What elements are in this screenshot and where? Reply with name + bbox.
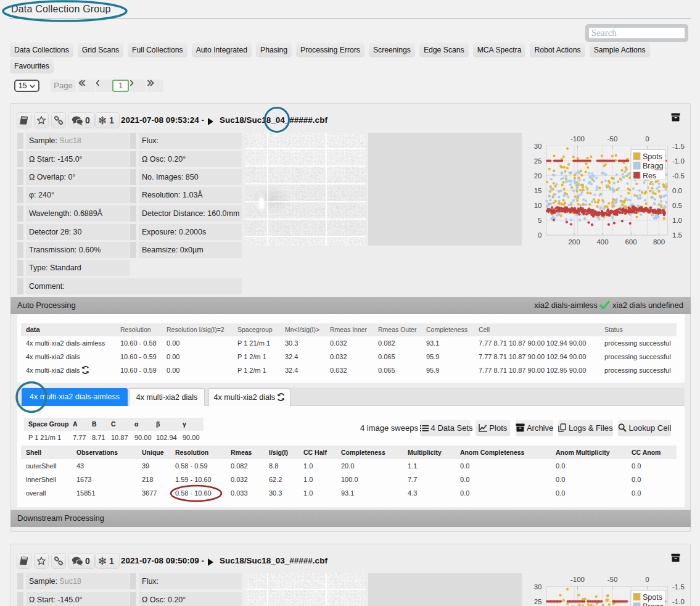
svg-text:Res: Res [643,172,656,180]
svg-text:-1.0: -1.0 [672,157,685,165]
svg-text:1.0: 1.0 [672,217,682,224]
svg-text:-100: -100 [570,135,585,143]
svg-text:20: 20 [534,172,542,180]
svg-text:30: 30 [534,583,542,591]
svg-text:Spots: Spots [643,152,662,161]
svg-text:25: 25 [534,157,542,165]
svg-text:Bragg: Bragg [643,162,663,170]
svg-text:-50: -50 [607,576,618,583]
svg-text:0.0: 0.0 [672,187,682,194]
svg-text:Bragg: Bragg [643,602,663,606]
svg-text:1.5: 1.5 [672,231,682,239]
svg-text:400: 400 [596,238,608,246]
svg-text:-100: -100 [570,576,585,583]
svg-text:200: 200 [568,238,580,246]
svg-text:15: 15 [534,187,542,194]
svg-text:-50: -50 [607,135,618,143]
svg-text:800: 800 [653,238,665,246]
svg-text:0.5: 0.5 [672,202,682,209]
svg-text:30: 30 [534,143,542,150]
svg-text:-1.0: -1.0 [672,598,685,605]
svg-text:-1.5: -1.5 [672,583,685,591]
svg-text:0: 0 [538,231,541,239]
svg-text:5: 5 [538,217,541,224]
svg-text:0: 0 [645,576,649,583]
svg-text:Spots: Spots [643,593,662,602]
svg-text:600: 600 [625,238,636,246]
svg-text:0: 0 [645,135,649,143]
svg-text:-0.5: -0.5 [672,172,685,180]
svg-text:25: 25 [534,598,542,605]
svg-text:-1.5: -1.5 [672,143,685,150]
svg-text:10: 10 [534,202,542,209]
